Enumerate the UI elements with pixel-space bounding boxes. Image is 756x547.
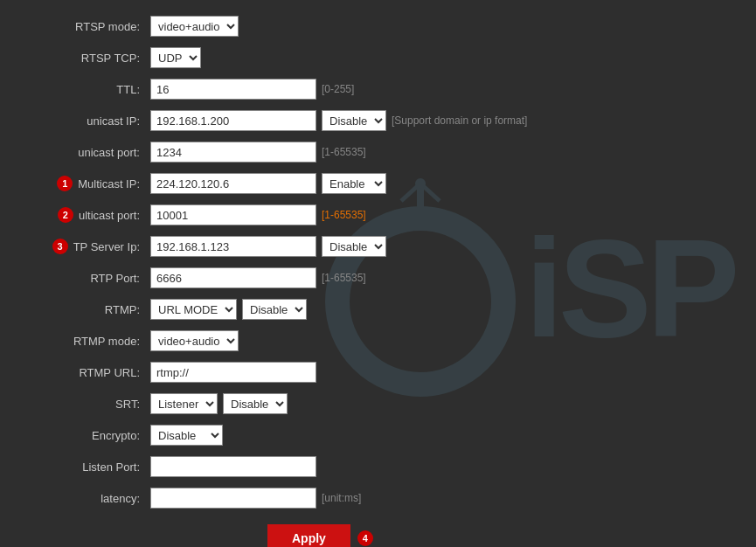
encrypto-select[interactable]: Disable AES-128 AES-192 AES-256 [150,425,223,446]
multicast-ip-row: 1 Multicast IP: Enable Disable [17,170,739,197]
encrypto-row: Encrypto: Disable AES-128 AES-192 AES-25… [17,421,739,449]
latency-hint: [unit:ms] [322,492,361,504]
multicast-port-input[interactable] [150,204,316,225]
apply-row: Apply 4 [17,516,739,547]
rtp-port-row: RTP Port: [1-65535] [17,264,739,292]
encrypto-label: Encrypto: [17,421,145,449]
rtp-server-ip-badge: 3 [52,239,68,254]
rtmp-row: RTMP: URL MODE DIRECT Disable Enable [17,295,739,323]
srt-select2[interactable]: Disable Enable [223,393,288,414]
multicast-ip-cell: Enable Disable [145,170,739,197]
multicast-ip-badge: 1 [57,176,73,191]
apply-button[interactable]: Apply [267,524,350,547]
listen-port-label: Listen Port: [17,453,145,481]
rtp-server-ip-input[interactable] [150,236,316,257]
latency-label: latency: [17,484,145,512]
rtp-server-ip-row: 3 TP Server Ip: Disable Enable [17,232,739,260]
unicast-port-hint: [1-65535] [322,146,366,158]
apply-badge: 4 [357,530,373,546]
unicast-port-cell: [1-65535] [145,138,739,166]
unicast-ip-hint: [Support domain or ip format] [392,114,527,127]
unicast-ip-label: unicast IP: [17,107,145,135]
rtmp-url-label: RTMP URL: [17,358,145,386]
rtsp-mode-cell: video+audio video only audio only [145,12,739,40]
rtmp-url-input[interactable] [150,362,316,383]
srt-label: SRT: [17,390,145,418]
unicast-port-input[interactable] [150,142,316,163]
ttl-cell: 16 [0-255] [145,75,739,103]
rtmp-mode-cell: video+audio video only audio only [145,327,739,355]
multicast-ip-input[interactable] [150,173,316,194]
latency-row: latency: [unit:ms] [17,484,739,512]
unicast-ip-input[interactable] [150,110,316,131]
rtmp-url-row: RTMP URL: [17,358,739,386]
multicast-port-badge: 2 [58,207,73,223]
ttl-label: TTL: [17,75,145,103]
multicast-port-cell: [1-65535] [145,201,739,229]
multicast-port-hint: [1-65535] [322,209,366,221]
rtmp-select2[interactable]: Disable Enable [242,299,307,320]
rtsp-tcp-row: RTSP TCP: UDP TCP [17,44,739,72]
encrypto-cell: Disable AES-128 AES-192 AES-256 [145,421,739,449]
rtp-port-hint: [1-65535] [322,272,366,284]
rtmp-mode-label: RTMP mode: [17,327,145,355]
unicast-port-row: unicast port: [1-65535] [17,138,739,166]
multicast-ip-select[interactable]: Enable Disable [322,173,386,194]
apply-spacer [17,516,145,547]
multicast-port-row: 2 ulticast port: [1-65535] [17,201,739,229]
rtsp-mode-row: RTSP mode: video+audio video only audio … [17,12,739,40]
rtp-port-label: RTP Port: [17,264,145,292]
srt-row: SRT: Listener Caller Disable Enable [17,390,739,418]
rtsp-tcp-cell: UDP TCP [145,44,739,72]
listen-port-input[interactable] [150,456,316,477]
srt-cell: Listener Caller Disable Enable [145,390,739,418]
rtmp-cell: URL MODE DIRECT Disable Enable [145,295,739,323]
ttl-row: TTL: 16 [0-255] [17,75,739,103]
rtp-port-input[interactable] [150,267,316,288]
rtmp-url-cell [145,358,739,386]
unicast-ip-row: unicast IP: Disable Enable [Support doma… [17,107,739,135]
unicast-port-label: unicast port: [17,138,145,166]
rtmp-mode-select[interactable]: video+audio video only audio only [150,330,239,351]
rtsp-tcp-label: RTSP TCP: [17,44,145,72]
latency-input[interactable] [150,488,316,509]
rtmp-mode-row: RTMP mode: video+audio video only audio … [17,327,739,355]
ttl-input[interactable]: 16 [150,79,316,100]
main-content: RTSP mode: video+audio video only audio … [0,0,756,547]
rtsp-tcp-select[interactable]: UDP TCP [150,47,201,68]
rtsp-mode-label: RTSP mode: [17,12,145,40]
multicast-port-label: 2 ulticast port: [17,201,145,229]
rtmp-label: RTMP: [17,295,145,323]
unicast-ip-select[interactable]: Disable Enable [322,110,386,131]
settings-form: RTSP mode: video+audio video only audio … [17,9,739,547]
listen-port-row: Listen Port: [17,453,739,481]
listen-port-cell [145,453,739,481]
unicast-ip-cell: Disable Enable [Support domain or ip for… [145,107,739,135]
latency-cell: [unit:ms] [145,484,739,512]
rtp-server-ip-label: 3 TP Server Ip: [17,232,145,260]
srt-select1[interactable]: Listener Caller [150,393,218,414]
multicast-ip-label: 1 Multicast IP: [17,170,145,197]
apply-cell: Apply 4 [145,516,739,547]
ttl-hint: [0-255] [322,83,354,95]
rtp-port-cell: [1-65535] [145,264,739,292]
rtp-server-ip-cell: Disable Enable [145,232,739,260]
rtp-server-ip-select[interactable]: Disable Enable [322,236,386,257]
rtsp-mode-select[interactable]: video+audio video only audio only [150,16,239,37]
rtmp-select1[interactable]: URL MODE DIRECT [150,299,237,320]
